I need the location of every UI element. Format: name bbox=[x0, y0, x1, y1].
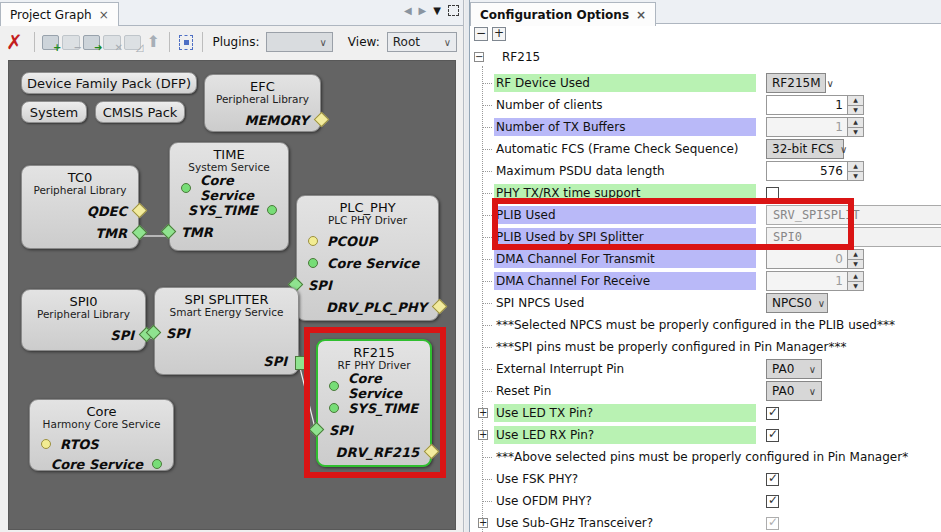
fcs-dropdown[interactable]: 32-bit FCS∨ bbox=[766, 139, 844, 159]
ext-interrupt-pin-dropdown[interactable]: PA0∨ bbox=[766, 359, 822, 379]
config-row-led-tx-pin[interactable]: + Use LED TX Pin? bbox=[470, 402, 941, 424]
expand-icon[interactable]: + bbox=[478, 408, 488, 418]
node-time[interactable]: TIME System Service Core Service SYS_TIM… bbox=[169, 142, 289, 251]
export-component-icon[interactable]: ✕ bbox=[103, 35, 121, 50]
expand-icon[interactable]: + bbox=[478, 430, 488, 440]
config-row-dma-receive[interactable]: DMA Channel For Receive 1▲▼ bbox=[470, 270, 941, 292]
config-row-spi-pins-note: ***SPI pins must be properly configured … bbox=[470, 336, 941, 358]
spinner-up-icon[interactable]: ▲ bbox=[847, 95, 864, 106]
port-label: SPI bbox=[110, 328, 134, 343]
duplicate-component-icon[interactable]: ◿ bbox=[124, 35, 142, 50]
spinner-down-icon: ▼ bbox=[847, 282, 864, 292]
view-dropdown[interactable]: Root ∨ bbox=[387, 32, 457, 52]
port-label: TMR bbox=[95, 226, 127, 241]
close-icon[interactable]: × bbox=[99, 10, 109, 20]
project-graph-panel: Project Graph × ◀ ▶ ▼ ✗ + − ➜ ✕ ◿ ⬆ Plug… bbox=[0, 0, 464, 532]
config-row-ofdm-phy[interactable]: Use OFDM PHY? bbox=[470, 490, 941, 512]
tree-toolbar: − + bbox=[470, 24, 941, 44]
config-row-dma-transmit[interactable]: DMA Channel For Transmit 0▲▼ bbox=[470, 248, 941, 270]
reset-pin-dropdown[interactable]: PA0∨ bbox=[766, 381, 822, 401]
circle-green-port-icon[interactable] bbox=[181, 183, 191, 193]
scroll-right-icon[interactable]: ▶ bbox=[419, 5, 427, 16]
led-tx-checkbox[interactable] bbox=[766, 407, 779, 420]
collapse-all-icon[interactable]: − bbox=[474, 27, 488, 41]
spinner-down-icon[interactable]: ▼ bbox=[847, 172, 864, 182]
psdu-spinner[interactable]: 576▲▼ bbox=[766, 161, 864, 181]
config-row-max-psdu[interactable]: Maximum PSDU data length 576▲▼ bbox=[470, 160, 941, 182]
config-row-number-of-clients[interactable]: Number of clients 1▲▼ bbox=[470, 94, 941, 116]
diamond-green-port-icon[interactable] bbox=[132, 225, 148, 241]
row-label: Use OFDM PHY? bbox=[494, 492, 756, 510]
config-row-spi-npcs[interactable]: SPI NPCS Used NPCS0∨ bbox=[470, 292, 941, 314]
spinner-down-icon[interactable]: ▼ bbox=[847, 106, 864, 116]
node-system[interactable]: System bbox=[21, 101, 87, 123]
tab-list-icon[interactable]: ▼ bbox=[433, 5, 441, 16]
config-row-subghz-transceiver[interactable]: + Use Sub-GHz Transceiver? bbox=[470, 512, 941, 532]
tree-root-row[interactable]: − RF215 bbox=[470, 46, 941, 68]
scroll-left-icon[interactable]: ◀ bbox=[404, 5, 412, 16]
remove-component-icon[interactable]: − bbox=[62, 35, 80, 50]
config-row-reset-pin[interactable]: Reset Pin PA0∨ bbox=[470, 380, 941, 402]
diamond-yellow-port-icon[interactable] bbox=[132, 203, 148, 219]
delete-node-icon[interactable]: ✗ bbox=[6, 32, 23, 52]
node-plc-phy[interactable]: PLC_PHY PLC PHY Driver PCOUP Core Servic… bbox=[296, 195, 439, 321]
config-row-external-interrupt-pin[interactable]: External Interrupt Pin PA0∨ bbox=[470, 358, 941, 380]
move-up-icon[interactable]: ⬆ bbox=[146, 34, 159, 50]
tab-project-graph[interactable]: Project Graph × bbox=[0, 2, 119, 26]
spinner-up-icon[interactable]: ▲ bbox=[847, 161, 864, 172]
node-subtitle: Smart Energy Service bbox=[155, 306, 298, 322]
row-label: Reset Pin bbox=[494, 382, 756, 400]
config-row-fsk-phy[interactable]: Use FSK PHY? bbox=[470, 468, 941, 490]
center-view-icon[interactable] bbox=[179, 35, 194, 50]
toolbar-separator bbox=[202, 32, 203, 52]
circle-green-port-icon[interactable] bbox=[152, 459, 162, 469]
row-label: SPI NPCS Used bbox=[494, 294, 756, 312]
circle-yellow-port-icon[interactable] bbox=[41, 439, 51, 449]
port-label: Core Service bbox=[51, 457, 143, 472]
node-spi0[interactable]: SPI0 Peripheral Library SPI bbox=[21, 289, 146, 351]
config-row-automatic-fcs[interactable]: Automatic FCS (Frame Check Sequence) 32-… bbox=[470, 138, 941, 160]
node-spi-splitter[interactable]: SPI SPLITTER Smart Energy Service SPI SP… bbox=[154, 287, 299, 375]
clients-spinner[interactable]: 1▲▼ bbox=[766, 95, 864, 115]
diamond-yellow-port-icon[interactable] bbox=[314, 112, 330, 128]
fsk-phy-checkbox[interactable] bbox=[766, 473, 779, 486]
tab-configuration-options[interactable]: Configuration Options × bbox=[470, 2, 656, 26]
diamond-yellow-port-icon[interactable] bbox=[432, 299, 448, 315]
note-text: ***Above selected pins must be properly … bbox=[494, 448, 941, 466]
expand-all-icon[interactable]: + bbox=[492, 27, 506, 41]
led-rx-checkbox[interactable] bbox=[766, 429, 779, 442]
maximize-icon[interactable] bbox=[448, 5, 459, 16]
diamond-green-port-icon[interactable] bbox=[161, 224, 177, 240]
port-label: TMR bbox=[181, 225, 213, 240]
collapse-icon[interactable]: − bbox=[474, 52, 484, 62]
graph-canvas[interactable]: Device Family Pack (DFP) System CMSIS Pa… bbox=[8, 60, 456, 530]
npcs-dropdown[interactable]: NPCS0∨ bbox=[766, 293, 828, 313]
circle-yellow-port-icon[interactable] bbox=[308, 236, 318, 246]
toolbar-separator bbox=[34, 32, 35, 52]
node-title: TC0 bbox=[22, 166, 138, 184]
spinner-down-icon: ▼ bbox=[847, 260, 864, 270]
plugins-dropdown[interactable]: ∨ bbox=[266, 32, 332, 52]
plib-highlight-annotation bbox=[492, 198, 854, 250]
config-row-rf-device-used[interactable]: RF Device Used RF215M∨ bbox=[470, 72, 941, 94]
config-row-npcs-note: ***Selected NPCS must be properly config… bbox=[470, 314, 941, 336]
import-component-icon[interactable]: ➜ bbox=[83, 35, 101, 50]
new-component-icon[interactable]: + bbox=[42, 35, 60, 50]
ofdm-phy-checkbox[interactable] bbox=[766, 495, 779, 508]
node-dfp[interactable]: Device Family Pack (DFP) bbox=[21, 72, 197, 94]
node-subtitle: Peripheral Library bbox=[22, 308, 145, 324]
rf-device-dropdown[interactable]: RF215M∨ bbox=[766, 73, 826, 93]
node-efc[interactable]: EFC Peripheral Library MEMORY bbox=[204, 74, 321, 132]
graph-toolbar: ✗ + − ➜ ✕ ◿ ⬆ Plugins: ∨ View: Root ∨ bbox=[0, 26, 463, 58]
node-tc0[interactable]: TC0 Peripheral Library QDEC TMR bbox=[21, 165, 139, 249]
node-core[interactable]: Core Harmony Core Service RTOS Core Serv… bbox=[29, 399, 174, 471]
row-label: Use Sub-GHz Transceiver? bbox=[494, 514, 756, 532]
circle-green-port-icon[interactable] bbox=[308, 258, 318, 268]
config-row-led-rx-pin[interactable]: + Use LED RX Pin? bbox=[470, 424, 941, 446]
close-icon[interactable]: × bbox=[636, 10, 646, 20]
node-cmsis[interactable]: CMSIS Pack bbox=[95, 101, 185, 123]
circle-green-port-icon[interactable] bbox=[267, 205, 277, 215]
expand-icon[interactable]: + bbox=[478, 518, 488, 528]
spinner-down-icon: ▼ bbox=[847, 128, 864, 138]
config-row-tx-buffers[interactable]: Number of TX Buffers 1▲▼ bbox=[470, 116, 941, 138]
